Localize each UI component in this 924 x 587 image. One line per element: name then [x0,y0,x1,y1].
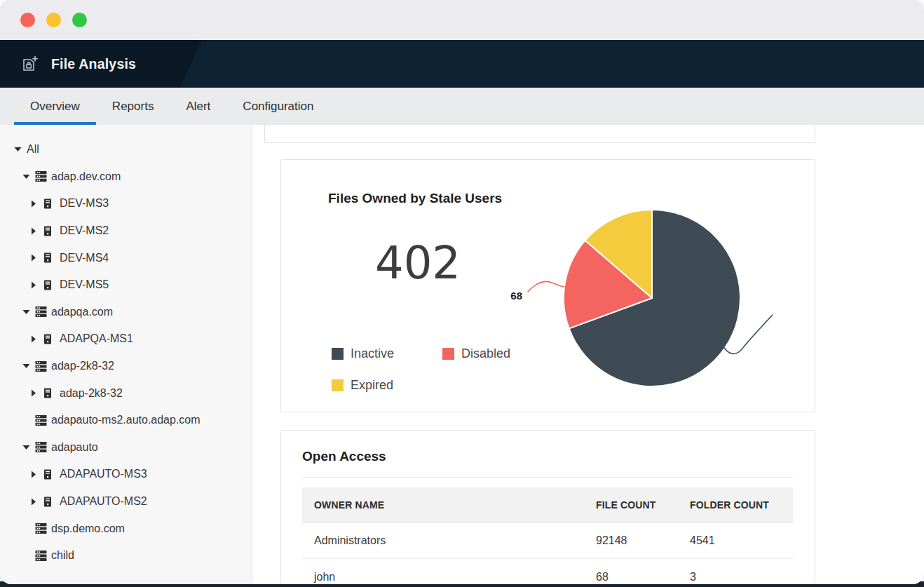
tab-label: Reports [112,100,154,114]
server-icon [43,198,52,209]
tree-item-label: DEV-MS4 [60,252,109,264]
column-header-owner-name: OWNER NAME [314,499,596,511]
tab-alert[interactable]: Alert [170,88,226,125]
card-stale-users: Files Owned by Stale Users 402 68 Inacti… [280,159,815,412]
cell-folder-count: 3 [690,571,781,583]
collapse-icon [22,363,30,369]
tree-item-dev-ms5[interactable]: DEV-MS5 [0,271,252,299]
expand-icon [31,389,36,397]
domain-icon [35,415,47,426]
expand-arrow[interactable] [31,281,43,289]
domain-icon [35,361,47,372]
legend-item-disabled[interactable]: Disabled [442,346,553,361]
server-icon [43,334,55,344]
legend-label: Expired [351,378,393,393]
table-row-john: john683 [302,559,793,584]
tab-bar: OverviewReportsAlertConfiguration [0,88,924,125]
collapse-arrow[interactable] [22,363,35,369]
callout-label-disabled: 68 [510,290,522,302]
server-icon [43,252,55,263]
tab-reports[interactable]: Reports [96,88,170,125]
domain-icon [35,551,47,561]
server-icon [43,280,55,290]
domain-icon [35,306,47,317]
domain-icon [35,171,47,182]
sidebar-tree: Alladap.dev.comDEV-MS3DEV-MS2DEV-MS4DEV-… [0,125,252,584]
expand-icon [31,227,36,235]
collapse-arrow[interactable] [22,445,35,450]
tree-item-adap-2k8-32[interactable]: adap-2k8-32 [0,379,252,407]
column-header-folder-count: FOLDER COUNT [690,499,781,511]
expand-arrow[interactable] [31,389,43,397]
collapse-icon [14,147,22,152]
tree-item-dev-ms3[interactable]: DEV-MS3 [0,190,252,217]
server-icon [43,226,55,236]
tree-item-label: child [51,549,74,562]
tree-item-label: adapauto-ms2.auto.adap.com [51,414,201,426]
maximize-button[interactable] [72,13,87,27]
collapse-icon [22,174,30,180]
expand-arrow[interactable] [31,200,43,208]
domain-icon [35,306,47,317]
tree-item-adapqa-ms1[interactable]: ADAPQA-MS1 [0,325,252,353]
file-analysis-icon [20,54,40,74]
tree-item-adapauto-ms2[interactable]: ADAPAUTO-MS2 [0,488,252,515]
column-header-label: OWNER NAME [314,499,384,511]
tree-item-label: adap-2k8-32 [51,360,114,372]
tree-item-dev-ms2[interactable]: DEV-MS2 [0,217,252,245]
expand-arrow[interactable] [31,227,43,235]
legend-swatch [332,348,344,360]
expand-arrow[interactable] [31,335,43,343]
cell-owner-name: john [314,571,596,583]
legend-swatch [442,348,454,360]
tree-item-label: adap.dev.com [51,170,121,183]
tree-item-adap-dev-com[interactable]: adap.dev.com [0,163,252,191]
tree-item-dsp-demo-com[interactable]: dsp.demo.com [0,515,252,542]
server-icon [43,198,55,209]
domain-icon [35,415,47,426]
column-header-file-count: FILE COUNT [596,499,690,511]
divider [302,477,793,478]
chart-legend: InactiveDisabledExpired [332,346,553,393]
legend-item-inactive[interactable]: Inactive [332,346,442,361]
card-open-access: Open Access OWNER NAMEFILE COUNTFOLDER C… [280,430,815,584]
tree-item-all[interactable]: All [0,136,252,163]
domain-icon [35,171,47,182]
app-header: File Analysis [0,40,924,88]
tree-item-adapauto[interactable]: adapauto [0,434,252,461]
app-title: File Analysis [51,56,136,72]
collapse-icon [22,309,30,315]
tab-overview[interactable]: Overview [14,88,96,125]
tree-item-adapauto-ms3[interactable]: ADAPAUTO-MS3 [0,461,252,488]
expand-arrow[interactable] [31,254,43,262]
tree-item-label: DEV-MS5 [60,278,109,291]
minimize-button[interactable] [46,13,61,27]
legend-label: Disabled [461,346,510,361]
server-icon [43,280,52,290]
tree-item-child[interactable]: child [0,542,252,569]
collapse-arrow[interactable] [22,309,35,315]
tab-configuration[interactable]: Configuration [226,88,329,125]
expand-arrow[interactable] [31,498,43,506]
tree-item-dev-ms4[interactable]: DEV-MS4 [0,244,252,271]
close-button[interactable] [20,13,35,27]
open-access-table: OWNER NAMEFILE COUNTFOLDER COUNTAdminist… [302,487,793,584]
tab-label: Overview [30,100,80,114]
server-icon [43,497,55,507]
tree-item-adapauto-ms2-auto-adap-com[interactable]: adapauto-ms2.auto.adap.com [0,407,252,434]
tab-label: Configuration [243,100,313,114]
app-window: File Analysis OverviewReportsAlertConfig… [0,0,924,584]
collapse-arrow[interactable] [14,147,27,152]
legend-item-expired[interactable]: Expired [332,378,442,393]
server-icon [43,226,52,236]
tree-item-adap-2k8-32[interactable]: adap-2k8-32 [0,353,252,380]
table-row-administrators: Administrators921484541 [302,522,793,559]
tree-item-adapqa-com[interactable]: adapqa.com [0,299,252,326]
expand-icon [31,471,36,478]
expand-arrow[interactable] [31,471,43,478]
cell-file-count: 92148 [596,534,690,547]
cell-folder-count: 4541 [690,534,781,547]
server-icon [43,334,52,344]
collapse-arrow[interactable] [22,174,35,180]
tree-item-label: ADAPQA-MS1 [60,332,133,345]
